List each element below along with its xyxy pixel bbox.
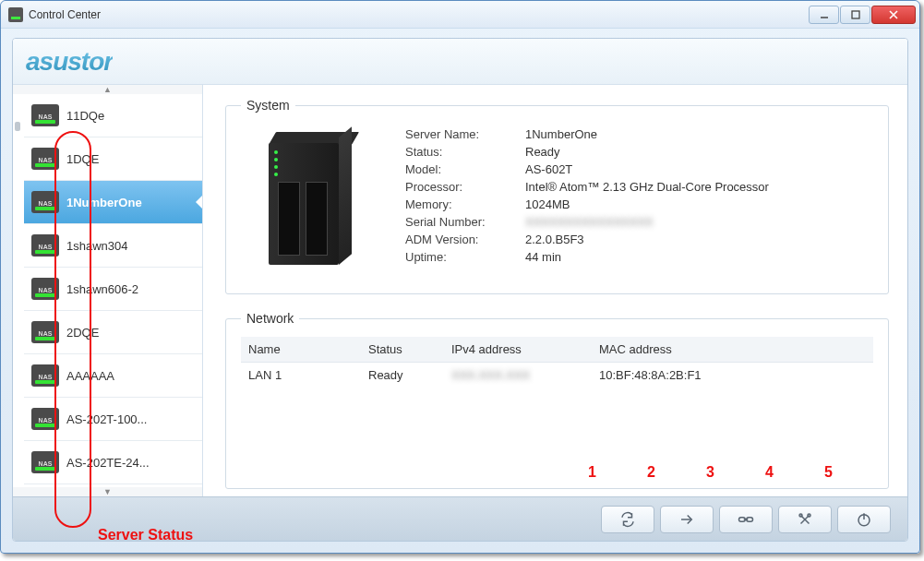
power-button[interactable] — [837, 506, 891, 533]
header: asustor — [13, 39, 907, 85]
sidebar-item-label: AS-202T-100... — [66, 412, 147, 426]
nas-icon: NAS — [31, 148, 59, 170]
value-memory: 1024MB — [525, 197, 873, 211]
scroll-down-arrow[interactable]: ▼ — [13, 487, 202, 496]
col-blank — [818, 337, 873, 363]
label-serial: Serial Number: — [405, 215, 516, 229]
connect-button[interactable] — [660, 506, 714, 533]
table-row[interactable]: LAN 1ReadyXXX.XXX.XXX10:BF:48:8A:2B:F1 — [241, 363, 873, 388]
tools-button[interactable] — [778, 506, 832, 533]
app-icon — [8, 7, 23, 22]
sidebar-item-label: AS-202TE-24... — [66, 456, 150, 470]
sidebar-item-1shawn304[interactable]: NAS1shawn304 — [24, 224, 202, 268]
brand-logo: asustor — [26, 47, 113, 77]
details-panel: System Server Name: 1NumberOne — [203, 85, 907, 496]
sidebar-item-label: 1shawn304 — [66, 239, 128, 253]
sidebar-item-label: AAAAAA — [66, 369, 114, 383]
sidebar-item-as-202te-24-[interactable]: NASAS-202TE-24... — [24, 441, 202, 484]
sidebar-item-aaaaaa[interactable]: NASAAAAAA — [24, 354, 202, 398]
col-mac[interactable]: MAC address — [592, 337, 818, 363]
network-card: Network Name Status IPv4 address MAC add… — [225, 311, 889, 489]
close-button[interactable] — [871, 6, 916, 24]
sidebar-item-1dqe[interactable]: NAS1DQE — [24, 137, 202, 181]
svg-rect-1 — [852, 11, 859, 18]
label-adm: ADM Version: — [405, 233, 516, 246]
sidebar-item-label: 1NumberOne — [66, 196, 142, 209]
network-table: Name Status IPv4 address MAC address LAN… — [241, 337, 873, 388]
network-legend: Network — [241, 311, 299, 326]
bottom-toolbar — [13, 496, 907, 541]
sidebar-item-11dqe[interactable]: NAS11DQe — [24, 94, 202, 137]
sidebar-scrollbar[interactable] — [13, 94, 24, 487]
label-memory: Memory: — [405, 197, 516, 211]
label-status: Status: — [405, 145, 516, 159]
value-serial: XXXXXXXXXXXXXXXX — [525, 215, 873, 229]
device-image — [241, 124, 379, 280]
cell-ipv4: XXX.XXX.XXX — [444, 363, 592, 388]
nas-icon: NAS — [31, 191, 59, 213]
nas-icon: NAS — [31, 451, 59, 473]
nas-icon: NAS — [31, 104, 59, 126]
col-name[interactable]: Name — [241, 337, 361, 363]
maximize-button[interactable] — [840, 6, 870, 24]
value-uptime: 44 min — [525, 250, 873, 264]
sidebar-item-label: 1DQE — [66, 152, 99, 166]
sidebar-item-1shawn606-2[interactable]: NAS1shawn606-2 — [24, 268, 202, 311]
nas-icon: NAS — [31, 278, 59, 300]
sidebar-item-label: 2DQE — [66, 326, 99, 340]
nas-icon: NAS — [31, 321, 59, 343]
sidebar-item-as-202t-100-[interactable]: NASAS-202T-100... — [24, 398, 202, 441]
value-adm: 2.2.0.B5F3 — [525, 233, 873, 246]
cell-name: LAN 1 — [241, 363, 361, 388]
client-area: asustor ▲ NAS11DQeNAS1DQENAS1NumberOneNA… — [12, 38, 908, 542]
label-model: Model: — [405, 162, 516, 176]
link-button[interactable] — [719, 506, 773, 533]
window-title: Control Center — [29, 8, 101, 21]
value-processor: Intel® Atom™ 2.13 GHz Dual-Core Processo… — [525, 180, 873, 194]
scroll-up-arrow[interactable]: ▲ — [13, 85, 202, 94]
app-window: Control Center asustor ▲ NAS11DQeNAS1DQE… — [0, 0, 920, 554]
col-ipv4[interactable]: IPv4 address — [444, 337, 592, 363]
minimize-button[interactable] — [809, 6, 839, 24]
label-uptime: Uptime: — [405, 250, 516, 264]
value-status: Ready — [525, 145, 873, 159]
system-info-grid: Server Name: 1NumberOne Status: Ready Mo… — [405, 124, 873, 280]
nas-icon: NAS — [31, 234, 59, 257]
sidebar-item-2dqe[interactable]: NAS2DQE — [24, 311, 202, 354]
system-card: System Server Name: 1NumberOne — [225, 98, 889, 294]
label-processor: Processor: — [405, 180, 516, 194]
value-model: AS-602T — [525, 162, 873, 176]
server-list-sidebar: ▲ NAS11DQeNAS1DQENAS1NumberOneNAS1shawn3… — [13, 85, 203, 496]
value-server-name: 1NumberOne — [525, 127, 873, 141]
refresh-button[interactable] — [601, 506, 654, 533]
nas-icon: NAS — [31, 408, 59, 430]
nas-icon: NAS — [31, 364, 59, 387]
system-legend: System — [241, 98, 295, 113]
sidebar-item-label: 11DQe — [66, 109, 104, 123]
cell-status: Ready — [361, 363, 444, 388]
label-server-name: Server Name: — [405, 127, 516, 141]
col-status[interactable]: Status — [361, 337, 444, 363]
titlebar[interactable]: Control Center — [1, 1, 919, 29]
cell-mac: 10:BF:48:8A:2B:F1 — [592, 363, 818, 388]
sidebar-item-1numberone[interactable]: NAS1NumberOne — [24, 181, 202, 224]
sidebar-item-label: 1shawn606-2 — [66, 282, 138, 296]
